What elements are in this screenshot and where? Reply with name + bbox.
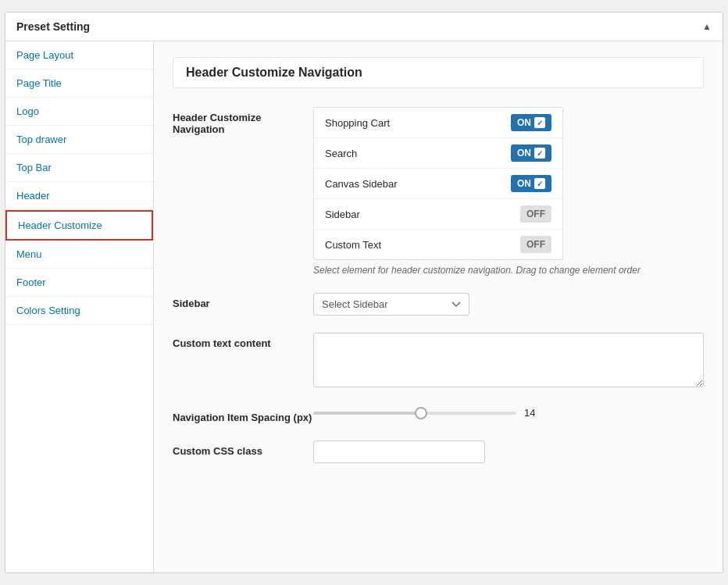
sidebar-item-menu[interactable]: Menu — [5, 241, 153, 269]
toggle-checkbox — [534, 117, 545, 128]
toggle-label: Sidebar — [325, 209, 360, 220]
toggle-row-canvas-sidebar: Canvas SidebarON — [314, 169, 562, 199]
slider-value: 14 — [524, 407, 535, 419]
navigation-label: Header Customize Navigation — [173, 107, 313, 135]
preset-setting-panel: Preset Setting ▲ Page LayoutPage TitleLo… — [5, 12, 723, 573]
toggle-row-sidebar: SidebarOFF — [314, 199, 562, 230]
toggle-checkbox — [534, 148, 545, 159]
toggle-button-custom-text[interactable]: OFF — [520, 236, 551, 253]
toggle-button-sidebar[interactable]: OFF — [520, 205, 551, 223]
toggle-button-canvas-sidebar[interactable]: ON — [511, 175, 551, 192]
nav-spacing-control: 14 — [313, 407, 704, 419]
slider-container: 14 — [313, 407, 704, 419]
css-class-label: Custom CSS class — [173, 441, 313, 457]
nav-spacing-label: Navigation Item Spacing (px) — [173, 407, 313, 423]
hint-text: Select element for header customize navi… — [313, 265, 704, 276]
sidebar-item-footer[interactable]: Footer — [5, 269, 153, 297]
sidebar-item-page-title[interactable]: Page Title — [5, 70, 153, 98]
toggle-button-search[interactable]: ON — [511, 144, 551, 162]
navigation-control: Shopping CartONSearchONCanvas SidebarONS… — [313, 107, 704, 276]
collapse-icon[interactable]: ▲ — [702, 21, 712, 32]
sidebar-select[interactable]: Select Sidebar — [313, 293, 469, 316]
toggle-label: Canvas Sidebar — [325, 178, 398, 190]
toggle-label: Search — [325, 148, 357, 159]
nav-spacing-row: Navigation Item Spacing (px) 14 — [173, 407, 704, 423]
sidebar-item-colors-setting[interactable]: Colors Setting — [5, 297, 153, 325]
sidebar-item-top-drawer[interactable]: Top drawer — [5, 126, 153, 154]
slider-track — [313, 412, 421, 415]
sidebar-field-label: Sidebar — [173, 293, 313, 309]
custom-text-textarea[interactable] — [313, 333, 704, 387]
toggle-state: OFF — [526, 209, 545, 219]
sidebar-item-logo[interactable]: Logo — [5, 98, 153, 126]
toggle-label: Custom Text — [325, 239, 381, 251]
css-class-row: Custom CSS class — [173, 441, 704, 463]
toggle-list: Shopping CartONSearchONCanvas SidebarONS… — [313, 107, 563, 260]
navigation-row: Header Customize Navigation Shopping Car… — [173, 107, 704, 276]
sidebar-item-page-layout[interactable]: Page Layout — [5, 41, 153, 70]
toggle-checkbox — [534, 178, 545, 189]
sidebar: Page LayoutPage TitleLogoTop drawerTop B… — [5, 41, 154, 573]
panel-body: Page LayoutPage TitleLogoTop drawerTop B… — [5, 41, 723, 573]
toggle-row-shopping-cart: Shopping CartON — [314, 108, 562, 138]
toggle-state: ON — [517, 117, 531, 128]
custom-text-control — [313, 333, 704, 390]
sidebar-item-top-bar[interactable]: Top Bar — [5, 154, 153, 182]
panel-title: Preset Setting — [16, 20, 90, 33]
toggle-state: ON — [517, 178, 531, 189]
toggle-row-custom-text: Custom TextOFF — [314, 230, 562, 259]
custom-text-label: Custom text content — [173, 333, 313, 349]
toggle-button-shopping-cart[interactable]: ON — [511, 114, 551, 131]
custom-text-row: Custom text content — [173, 333, 704, 390]
toggle-state: OFF — [526, 239, 545, 250]
sidebar-row: Sidebar Select Sidebar — [173, 293, 704, 316]
section-title: Header Customize Navigation — [173, 57, 704, 88]
css-class-control — [313, 441, 704, 463]
toggle-state: ON — [517, 148, 531, 159]
slider-thumb[interactable] — [415, 407, 427, 419]
panel-header: Preset Setting ▲ — [5, 12, 723, 41]
css-class-input[interactable] — [313, 441, 485, 463]
toggle-row-search: SearchON — [314, 138, 562, 169]
sidebar-select-control: Select Sidebar — [313, 293, 704, 316]
sidebar-item-header-customize[interactable]: Header Customize — [5, 210, 153, 241]
toggle-label: Shopping Cart — [325, 117, 390, 129]
nav-spacing-slider[interactable] — [313, 412, 516, 415]
sidebar-item-header[interactable]: Header — [5, 182, 153, 210]
main-content: Header Customize Navigation Header Custo… — [154, 41, 723, 573]
